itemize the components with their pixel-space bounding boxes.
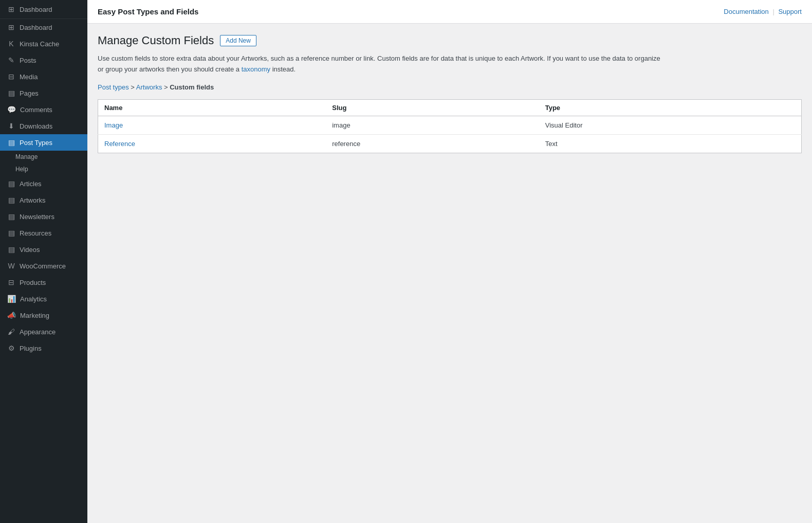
taxonomy-link[interactable]: taxonomy bbox=[242, 65, 270, 73]
sidebar-item-kinsta[interactable]: K Kinsta Cache bbox=[0, 35, 87, 52]
sidebar-item-label: Videos bbox=[20, 246, 40, 254]
header-links: Documentation | Support bbox=[724, 8, 802, 15]
breadcrumb-separator2: > bbox=[164, 83, 170, 91]
sidebar-item-label: Marketing bbox=[20, 312, 49, 319]
field-name-cell: Image bbox=[98, 116, 326, 134]
field-name-link[interactable]: Reference bbox=[104, 140, 135, 148]
sidebar-item-comments[interactable]: 💬 Comments bbox=[0, 101, 87, 118]
analytics-icon: 📊 bbox=[7, 295, 16, 303]
sidebar-item-label: Pages bbox=[20, 89, 39, 97]
breadcrumb-artworks[interactable]: Artworks bbox=[136, 83, 162, 91]
sidebar-item-articles[interactable]: ▤ Articles bbox=[0, 175, 87, 192]
col-slug-header: Slug bbox=[326, 99, 539, 116]
sidebar-item-artworks[interactable]: ▤ Artworks bbox=[0, 192, 87, 208]
sidebar-item-label: Dashboard bbox=[20, 24, 52, 31]
sidebar-item-label: Kinsta Cache bbox=[20, 40, 59, 48]
sidebar-item-label: Media bbox=[20, 73, 38, 81]
sidebar-item-analytics[interactable]: 📊 Analytics bbox=[0, 291, 87, 307]
field-name-link[interactable]: Image bbox=[104, 121, 123, 129]
table-header-row: Name Slug Type bbox=[98, 99, 802, 116]
resources-icon: ▤ bbox=[7, 229, 15, 237]
sidebar-subitem-help[interactable]: Help bbox=[0, 163, 87, 175]
newsletters-icon: ▤ bbox=[7, 212, 15, 221]
woocommerce-icon: W bbox=[7, 262, 15, 270]
field-slug-cell: reference bbox=[326, 134, 539, 153]
sidebar-item-products[interactable]: ⊟ Products bbox=[0, 274, 87, 291]
sidebar-item-newsletters[interactable]: ▤ Newsletters bbox=[0, 208, 87, 225]
sidebar-item-plugins[interactable]: ⚙ Plugins bbox=[0, 340, 87, 356]
description-text: Use custom fields to store extra data ab… bbox=[98, 53, 663, 75]
sidebar-item-videos[interactable]: ▤ Videos bbox=[0, 241, 87, 258]
breadcrumb: Post types > Artworks > Custom fields bbox=[98, 83, 802, 91]
sidebar-item-label: Downloads bbox=[20, 122, 52, 130]
table-body: Image image Visual Editor Reference refe… bbox=[98, 116, 802, 153]
sidebar-item-label: Posts bbox=[20, 57, 36, 64]
articles-icon: ▤ bbox=[7, 179, 15, 188]
sidebar-item-downloads[interactable]: ⬇ Downloads bbox=[0, 118, 87, 134]
main-area: Easy Post Types and Fields Documentation… bbox=[87, 0, 812, 523]
artworks-icon: ▤ bbox=[7, 196, 15, 204]
pages-icon: ▤ bbox=[7, 89, 15, 97]
custom-fields-table: Name Slug Type Image image Visual Editor… bbox=[98, 99, 802, 153]
col-name-header: Name bbox=[98, 99, 326, 116]
header: Easy Post Types and Fields Documentation… bbox=[87, 0, 812, 24]
col-type-header: Type bbox=[539, 99, 802, 116]
marketing-icon: 📣 bbox=[7, 311, 16, 319]
sidebar-item-label: Comments bbox=[20, 106, 52, 114]
documentation-link[interactable]: Documentation bbox=[724, 8, 768, 15]
page-title: Manage Custom Fields bbox=[98, 34, 214, 47]
breadcrumb-post-types[interactable]: Post types bbox=[98, 83, 129, 91]
sidebar-item-label: Plugins bbox=[20, 345, 42, 352]
sidebar-item-dashboard[interactable]: ⊞ Dashboard bbox=[0, 19, 87, 35]
plugins-icon: ⚙ bbox=[7, 344, 15, 352]
post-types-icon: ▤ bbox=[7, 138, 15, 147]
sidebar-item-media[interactable]: ⊟ Media bbox=[0, 68, 87, 85]
sidebar-item-label: Artworks bbox=[20, 196, 46, 204]
sidebar-item-label: Appearance bbox=[20, 328, 56, 336]
page-title-row: Manage Custom Fields Add New bbox=[98, 34, 802, 47]
dashboard-icon: ⊞ bbox=[7, 23, 15, 31]
dashboard-icon: ⊞ bbox=[7, 5, 15, 13]
field-slug-cell: image bbox=[326, 116, 539, 134]
support-link[interactable]: Support bbox=[778, 8, 802, 15]
header-title: Easy Post Types and Fields bbox=[98, 7, 198, 16]
downloads-icon: ⬇ bbox=[7, 122, 15, 130]
sidebar-subitem-label: Help bbox=[15, 166, 28, 173]
sidebar-item-marketing[interactable]: 📣 Marketing bbox=[0, 307, 87, 323]
sidebar-item-woocommerce[interactable]: W WooCommerce bbox=[0, 258, 87, 274]
table-row: Image image Visual Editor bbox=[98, 116, 802, 134]
sidebar-item-label: Post Types bbox=[20, 139, 52, 147]
sidebar-item-label: Products bbox=[20, 279, 46, 286]
videos-icon: ▤ bbox=[7, 245, 15, 254]
breadcrumb-separator1: > bbox=[131, 83, 136, 91]
posts-icon: ✎ bbox=[7, 56, 15, 64]
products-icon: ⊟ bbox=[7, 278, 15, 286]
sidebar-subitem-label: Manage bbox=[15, 153, 38, 160]
sidebar-item-label: Articles bbox=[20, 180, 42, 188]
comments-icon: 💬 bbox=[7, 105, 16, 114]
field-type-cell: Text bbox=[539, 134, 802, 153]
appearance-icon: 🖌 bbox=[7, 328, 15, 336]
content-area: Manage Custom Fields Add New Use custom … bbox=[87, 24, 812, 523]
sidebar: ⊞ Dashboard ⊞ Dashboard K Kinsta Cache ✎… bbox=[0, 0, 87, 523]
sidebar-item-label: Resources bbox=[20, 229, 51, 237]
field-name-cell: Reference bbox=[98, 134, 326, 153]
add-new-button[interactable]: Add New bbox=[220, 35, 256, 46]
sidebar-item-label: Analytics bbox=[20, 295, 47, 303]
sidebar-item-posts[interactable]: ✎ Posts bbox=[0, 52, 87, 68]
sidebar-logo-label: Dashboard bbox=[20, 6, 52, 13]
sidebar-item-post-types[interactable]: ▤ Post Types bbox=[0, 134, 87, 151]
header-separator: | bbox=[772, 8, 774, 15]
sidebar-item-label: WooCommerce bbox=[20, 262, 66, 270]
table-row: Reference reference Text bbox=[98, 134, 802, 153]
sidebar-item-appearance[interactable]: 🖌 Appearance bbox=[0, 323, 87, 340]
sidebar-item-pages[interactable]: ▤ Pages bbox=[0, 85, 87, 101]
kinsta-icon: K bbox=[7, 40, 15, 48]
breadcrumb-current: Custom fields bbox=[170, 83, 214, 91]
sidebar-subitem-manage[interactable]: Manage bbox=[0, 151, 87, 163]
sidebar-logo[interactable]: ⊞ Dashboard bbox=[0, 0, 87, 19]
media-icon: ⊟ bbox=[7, 73, 15, 81]
description-end: instead. bbox=[270, 65, 296, 73]
sidebar-item-label: Newsletters bbox=[20, 213, 54, 221]
sidebar-item-resources[interactable]: ▤ Resources bbox=[0, 225, 87, 241]
